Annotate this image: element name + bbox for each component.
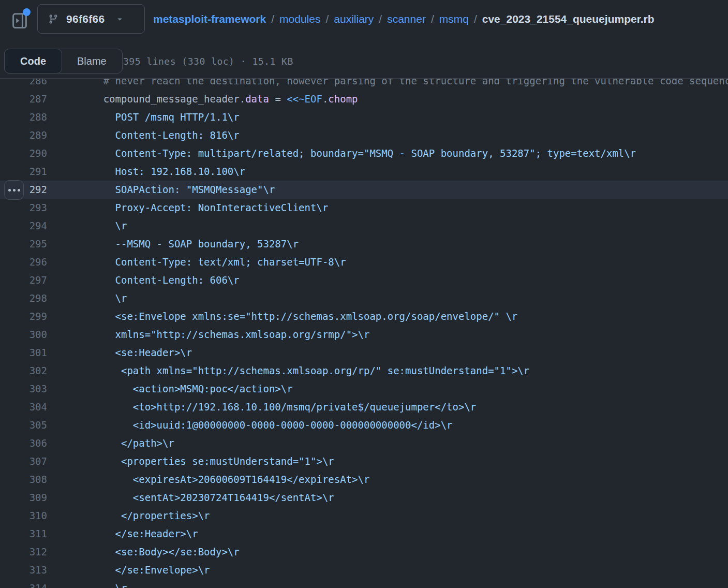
code-row: 305 <id>uuid:1@00000000-0000-0000-0000-0…	[0, 416, 728, 434]
code-row: 306 </path>\r	[0, 434, 728, 452]
code-row: 299 <se:Envelope xmlns:se="http://schema…	[0, 307, 728, 326]
code-text: xmlns="http://schemas.xmlsoap.org/srmp/"…	[47, 326, 369, 344]
code-text: POST /msmq HTTP/1.1\r	[47, 108, 240, 126]
line-number[interactable]: 289	[0, 126, 47, 144]
line-actions-button[interactable]	[4, 180, 24, 200]
code-row: 296 Content-Type: text/xml; charset=UTF-…	[0, 253, 728, 271]
code-text: Content-Length: 606\r	[47, 271, 240, 289]
ellipsis-icon	[8, 189, 11, 192]
code-row: 300 xmlns="http://schemas.xmlsoap.org/sr…	[0, 326, 728, 344]
code-row: 287 compound_message_header.data = <<~EO…	[0, 90, 728, 108]
code-row: 295 --MSMQ - SOAP boundary, 53287\r	[0, 235, 728, 253]
code-row: 302 <path xmlns="http://schemas.xmlsoap.…	[0, 362, 728, 380]
commit-label: 96f6f66	[66, 13, 105, 25]
code-row: 288 POST /msmq HTTP/1.1\r	[0, 108, 728, 126]
code-text: \r	[47, 289, 127, 307]
tab-blame[interactable]: Blame	[62, 49, 122, 73]
code-row: 290 Content-Type: multipart/related; bou…	[0, 144, 728, 163]
line-number[interactable]: 291	[0, 163, 47, 181]
breadcrumb-file-name: cve_2023_21554_queuejumper.rb	[482, 13, 655, 25]
line-number[interactable]: 294	[0, 217, 47, 235]
notification-dot	[23, 8, 31, 16]
code-text: compound_message_header.data = <<~EOF.ch…	[47, 90, 358, 108]
github-code-view: 96f6f66 metasploit-framework / modules /…	[0, 0, 728, 588]
line-number[interactable]: 311	[0, 525, 47, 543]
breadcrumb-repo-link[interactable]: metasploit-framework	[153, 13, 266, 25]
file-tree-toggle-button[interactable]	[8, 8, 32, 31]
line-number[interactable]: 306	[0, 434, 47, 452]
file-header: 96f6f66 metasploit-framework / modules /…	[0, 0, 728, 79]
code-row: 292 SOAPAction: "MSMQMessage"\r	[0, 181, 728, 199]
code-text: <to>http://192.168.10.100/msmq/private$/…	[47, 398, 476, 416]
code-text: <properties se:mustUnderstand="1">\r	[47, 452, 334, 471]
code-row: 310 </properties>\r	[0, 507, 728, 525]
line-number[interactable]: 305	[0, 416, 47, 434]
line-number[interactable]: 299	[0, 307, 47, 326]
breadcrumb-link-scanner[interactable]: scanner	[387, 13, 426, 25]
code-text: \r	[47, 217, 127, 235]
code-row: 308 <expiresAt>20600609T164419</expiresA…	[0, 471, 728, 489]
line-number[interactable]: 308	[0, 471, 47, 489]
line-number[interactable]: 303	[0, 380, 47, 398]
code-text: Proxy-Accept: NonInteractiveClient\r	[47, 199, 328, 217]
breadcrumb-separator: /	[271, 13, 274, 25]
code-text: <path xmlns="http://schemas.xmlsoap.org/…	[47, 362, 529, 380]
line-number[interactable]: 287	[0, 90, 47, 108]
line-number[interactable]: 290	[0, 144, 47, 163]
breadcrumb-separator: /	[431, 13, 434, 25]
tab-code[interactable]: Code	[4, 49, 62, 74]
code-text: </properties>\r	[47, 507, 210, 525]
code-text: SOAPAction: "MSMQMessage"\r	[47, 181, 275, 199]
line-number[interactable]: 313	[0, 561, 47, 579]
line-number[interactable]: 296	[0, 253, 47, 271]
breadcrumb-separator: /	[379, 13, 382, 25]
code-row: 294 \r	[0, 217, 728, 235]
line-number[interactable]: 298	[0, 289, 47, 307]
line-number[interactable]: 314	[0, 579, 47, 588]
code-text: Content-Type: multipart/related; boundar…	[47, 144, 636, 163]
code-row: 312 <se:Body></se:Body>\r	[0, 543, 728, 561]
line-number[interactable]: 307	[0, 452, 47, 471]
code-text: --MSMQ - SOAP boundary, 53287\r	[47, 235, 299, 253]
code-text: \r	[47, 579, 127, 588]
line-number[interactable]: 293	[0, 199, 47, 217]
line-number[interactable]: 310	[0, 507, 47, 525]
breadcrumb-link-modules[interactable]: modules	[279, 13, 320, 25]
line-number[interactable]: 309	[0, 489, 47, 507]
code-row: 311 </se:Header>\r	[0, 525, 728, 543]
code-row: 291 Host: 192.168.10.100\r	[0, 163, 728, 181]
code-row: 298 \r	[0, 289, 728, 307]
line-number[interactable]: 297	[0, 271, 47, 289]
chevron-down-icon	[115, 14, 124, 23]
code-text: </path>\r	[47, 434, 174, 452]
code-text: <se:Header>\r	[47, 344, 192, 362]
code-row: 303 <action>MSMQ:poc</action>\r	[0, 380, 728, 398]
line-number[interactable]: 312	[0, 543, 47, 561]
line-number[interactable]: 301	[0, 344, 47, 362]
line-number[interactable]: 300	[0, 326, 47, 344]
code-row: 314 \r	[0, 579, 728, 588]
code-row: 293 Proxy-Accept: NonInteractiveClient\r	[0, 199, 728, 217]
code-blame-switcher: Code Blame	[4, 49, 123, 74]
code-text: <expiresAt>20600609T164419</expiresAt>\r	[47, 471, 369, 489]
commit-selector-button[interactable]: 96f6f66	[37, 4, 145, 34]
code-text: </se:Header>\r	[47, 525, 198, 543]
breadcrumb: metasploit-framework / modules / auxilia…	[153, 0, 654, 38]
line-number[interactable]: 302	[0, 362, 47, 380]
code-text: Host: 192.168.10.100\r	[47, 163, 245, 181]
code-text: Content-Length: 816\r	[47, 126, 240, 144]
code-row: 289 Content-Length: 816\r	[0, 126, 728, 144]
line-number[interactable]: 288	[0, 108, 47, 126]
code-text: <action>MSMQ:poc</action>\r	[47, 380, 293, 398]
code-row: 297 Content-Length: 606\r	[0, 271, 728, 289]
code-row: 301 <se:Header>\r	[0, 344, 728, 362]
code-row: 309 <sentAt>20230724T164419</sentAt>\r	[0, 489, 728, 507]
code-text: <sentAt>20230724T164419</sentAt>\r	[47, 489, 334, 507]
code-text: <se:Envelope xmlns:se="http://schemas.xm…	[47, 307, 517, 326]
line-number[interactable]: 304	[0, 398, 47, 416]
line-number[interactable]: 295	[0, 235, 47, 253]
breadcrumb-link-auxiliary[interactable]: auxiliary	[334, 13, 374, 25]
git-branch-icon	[48, 14, 58, 24]
breadcrumb-link-msmq[interactable]: msmq	[439, 13, 469, 25]
breadcrumb-separator: /	[325, 13, 329, 25]
